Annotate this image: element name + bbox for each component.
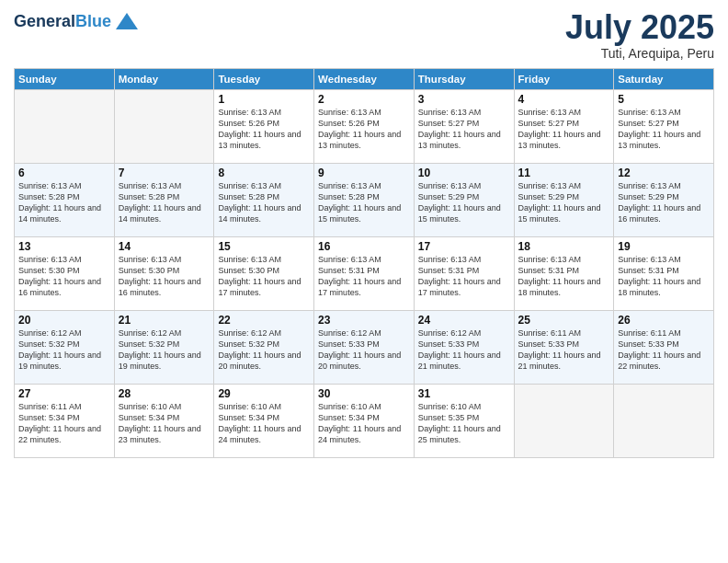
day-detail: Sunrise: 6:12 AMSunset: 5:32 PMDaylight:…: [119, 327, 210, 373]
day-number: 6: [18, 167, 110, 179]
day-detail: Sunrise: 6:13 AMSunset: 5:27 PMDaylight:…: [618, 107, 710, 152]
day-number: 7: [119, 167, 210, 179]
day-number: 3: [418, 93, 510, 106]
calendar-cell: 30Sunrise: 6:10 AMSunset: 5:34 PMDayligh…: [314, 384, 415, 457]
calendar-cell: 31Sunrise: 6:10 AMSunset: 5:35 PMDayligh…: [414, 384, 514, 457]
day-detail: Sunrise: 6:13 AMSunset: 5:26 PMDaylight:…: [318, 107, 410, 152]
day-detail: Sunrise: 6:11 AMSunset: 5:34 PMDaylight:…: [18, 401, 110, 446]
day-number: 21: [119, 314, 210, 327]
calendar-cell: 12Sunrise: 6:13 AMSunset: 5:29 PMDayligh…: [614, 163, 714, 236]
logo-icon: [114, 9, 140, 35]
calendar-cell: 3Sunrise: 6:13 AMSunset: 5:27 PMDaylight…: [414, 89, 514, 163]
day-detail: Sunrise: 6:13 AMSunset: 5:30 PMDaylight:…: [218, 254, 310, 299]
calendar-cell: 8Sunrise: 6:13 AMSunset: 5:28 PMDaylight…: [214, 163, 314, 236]
day-number: 9: [318, 167, 410, 179]
day-detail: Sunrise: 6:13 AMSunset: 5:28 PMDaylight:…: [218, 180, 310, 225]
day-detail: Sunrise: 6:13 AMSunset: 5:31 PMDaylight:…: [318, 254, 410, 299]
calendar-cell: 19Sunrise: 6:13 AMSunset: 5:31 PMDayligh…: [614, 236, 714, 310]
day-number: 23: [318, 314, 410, 327]
calendar-header-monday: Monday: [114, 68, 214, 89]
day-detail: Sunrise: 6:10 AMSunset: 5:34 PMDaylight:…: [318, 401, 410, 446]
day-detail: Sunrise: 6:12 AMSunset: 5:33 PMDaylight:…: [318, 327, 410, 373]
calendar-cell: [114, 89, 214, 163]
calendar-cell: 16Sunrise: 6:13 AMSunset: 5:31 PMDayligh…: [314, 236, 415, 310]
day-number: 11: [518, 167, 610, 179]
day-detail: Sunrise: 6:13 AMSunset: 5:28 PMDaylight:…: [119, 180, 210, 225]
calendar-cell: 9Sunrise: 6:13 AMSunset: 5:28 PMDaylight…: [314, 163, 415, 236]
calendar-cell: 20Sunrise: 6:12 AMSunset: 5:32 PMDayligh…: [15, 310, 115, 384]
location: Tuti, Arequipa, Peru: [565, 46, 714, 61]
day-detail: Sunrise: 6:13 AMSunset: 5:28 PMDaylight:…: [18, 180, 110, 225]
day-number: 26: [618, 314, 710, 327]
day-number: 29: [218, 387, 310, 400]
day-number: 30: [318, 387, 410, 400]
title-block: July 2025 Tuti, Arequipa, Peru: [565, 9, 714, 61]
calendar-cell: 14Sunrise: 6:13 AMSunset: 5:30 PMDayligh…: [114, 236, 214, 310]
calendar-cell: 23Sunrise: 6:12 AMSunset: 5:33 PMDayligh…: [314, 310, 415, 384]
day-detail: Sunrise: 6:12 AMSunset: 5:32 PMDaylight:…: [18, 327, 110, 373]
day-detail: Sunrise: 6:13 AMSunset: 5:27 PMDaylight:…: [418, 107, 510, 152]
day-number: 18: [518, 240, 610, 253]
day-detail: Sunrise: 6:13 AMSunset: 5:29 PMDaylight:…: [618, 180, 710, 225]
day-detail: Sunrise: 6:13 AMSunset: 5:31 PMDaylight:…: [618, 254, 710, 299]
calendar-cell: [514, 384, 614, 457]
day-number: 5: [618, 93, 710, 106]
calendar-cell: 5Sunrise: 6:13 AMSunset: 5:27 PMDaylight…: [614, 89, 714, 163]
day-detail: Sunrise: 6:12 AMSunset: 5:33 PMDaylight:…: [418, 327, 510, 373]
calendar-cell: 21Sunrise: 6:12 AMSunset: 5:32 PMDayligh…: [114, 310, 214, 384]
calendar-cell: 26Sunrise: 6:11 AMSunset: 5:33 PMDayligh…: [614, 310, 714, 384]
logo: GeneralBlue: [14, 9, 140, 35]
day-number: 13: [18, 240, 110, 253]
calendar-cell: 7Sunrise: 6:13 AMSunset: 5:28 PMDaylight…: [114, 163, 214, 236]
day-detail: Sunrise: 6:13 AMSunset: 5:29 PMDaylight:…: [418, 180, 510, 225]
calendar-week-2: 6Sunrise: 6:13 AMSunset: 5:28 PMDaylight…: [15, 163, 714, 236]
day-number: 12: [618, 167, 710, 179]
day-detail: Sunrise: 6:11 AMSunset: 5:33 PMDaylight:…: [618, 327, 710, 373]
logo-text: GeneralBlue: [14, 13, 111, 31]
day-number: 20: [18, 314, 110, 327]
calendar-cell: 4Sunrise: 6:13 AMSunset: 5:27 PMDaylight…: [514, 89, 614, 163]
calendar-week-4: 20Sunrise: 6:12 AMSunset: 5:32 PMDayligh…: [15, 310, 714, 384]
day-number: 25: [518, 314, 610, 327]
calendar-cell: 10Sunrise: 6:13 AMSunset: 5:29 PMDayligh…: [414, 163, 514, 236]
day-detail: Sunrise: 6:13 AMSunset: 5:31 PMDaylight:…: [518, 254, 610, 299]
day-number: 10: [418, 167, 510, 179]
day-detail: Sunrise: 6:13 AMSunset: 5:26 PMDaylight:…: [218, 107, 310, 152]
calendar-cell: 25Sunrise: 6:11 AMSunset: 5:33 PMDayligh…: [514, 310, 614, 384]
day-number: 16: [318, 240, 410, 253]
page: GeneralBlue July 2025 Tuti, Arequipa, Pe…: [0, 0, 728, 563]
calendar-header-sunday: Sunday: [15, 68, 115, 89]
day-number: 31: [418, 387, 510, 400]
day-detail: Sunrise: 6:11 AMSunset: 5:33 PMDaylight:…: [518, 327, 610, 373]
day-detail: Sunrise: 6:10 AMSunset: 5:34 PMDaylight:…: [218, 401, 310, 446]
day-number: 1: [218, 93, 310, 106]
calendar-header-saturday: Saturday: [614, 68, 714, 89]
calendar-cell: 1Sunrise: 6:13 AMSunset: 5:26 PMDaylight…: [214, 89, 314, 163]
month-title: July 2025: [565, 9, 714, 46]
calendar-header-wednesday: Wednesday: [314, 68, 415, 89]
calendar-cell: 28Sunrise: 6:10 AMSunset: 5:34 PMDayligh…: [114, 384, 214, 457]
calendar-header-row: SundayMondayTuesdayWednesdayThursdayFrid…: [15, 68, 714, 89]
day-detail: Sunrise: 6:10 AMSunset: 5:35 PMDaylight:…: [418, 401, 510, 446]
day-number: 14: [119, 240, 210, 253]
day-detail: Sunrise: 6:13 AMSunset: 5:31 PMDaylight:…: [418, 254, 510, 299]
calendar-cell: 2Sunrise: 6:13 AMSunset: 5:26 PMDaylight…: [314, 89, 415, 163]
day-number: 4: [518, 93, 610, 106]
calendar-cell: 24Sunrise: 6:12 AMSunset: 5:33 PMDayligh…: [414, 310, 514, 384]
calendar-cell: [15, 89, 115, 163]
calendar-header-thursday: Thursday: [414, 68, 514, 89]
calendar-cell: 18Sunrise: 6:13 AMSunset: 5:31 PMDayligh…: [514, 236, 614, 310]
calendar-header-tuesday: Tuesday: [214, 68, 314, 89]
calendar-cell: 27Sunrise: 6:11 AMSunset: 5:34 PMDayligh…: [15, 384, 115, 457]
day-detail: Sunrise: 6:10 AMSunset: 5:34 PMDaylight:…: [119, 401, 210, 446]
day-number: 22: [218, 314, 310, 327]
calendar-week-1: 1Sunrise: 6:13 AMSunset: 5:26 PMDaylight…: [15, 89, 714, 163]
svg-marker-0: [116, 13, 138, 29]
calendar-cell: 11Sunrise: 6:13 AMSunset: 5:29 PMDayligh…: [514, 163, 614, 236]
calendar-week-3: 13Sunrise: 6:13 AMSunset: 5:30 PMDayligh…: [15, 236, 714, 310]
calendar-cell: 17Sunrise: 6:13 AMSunset: 5:31 PMDayligh…: [414, 236, 514, 310]
day-number: 2: [318, 93, 410, 106]
day-number: 19: [618, 240, 710, 253]
calendar-cell: 29Sunrise: 6:10 AMSunset: 5:34 PMDayligh…: [214, 384, 314, 457]
day-number: 27: [18, 387, 110, 400]
